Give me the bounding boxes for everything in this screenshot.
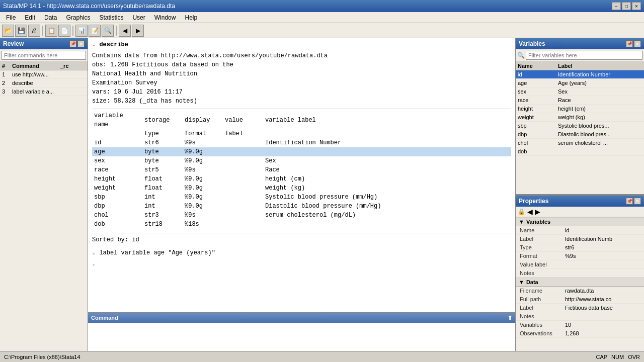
toolbar-sep3 — [116, 26, 117, 36]
status-cap: CAP — [596, 354, 607, 360]
review-row-2[interactable]: 2 describe — [0, 79, 88, 87]
col-varname: variable name — [92, 111, 142, 129]
toolbar-forward[interactable]: ▶ — [132, 25, 144, 37]
toolbar-save[interactable]: 💾 — [15, 25, 27, 37]
var-row-sex: sex byte %9.0g Sex — [92, 156, 511, 165]
properties-toolbar: 🔒 ◀ ▶ — [516, 207, 644, 217]
output-var-header: variable name storage display value vari… — [92, 109, 511, 229]
output-obs: obs: 1,268 Fictitious data based on the — [92, 60, 511, 69]
variables-filter-input[interactable] — [526, 51, 642, 60]
menu-user[interactable]: User — [128, 13, 149, 22]
var-row-height: height float %9.0g height (cm) — [92, 174, 511, 184]
prop-section-data[interactable]: ▼ Data — [516, 278, 644, 287]
review-filter-input[interactable] — [2, 51, 86, 60]
output-area: . describe Contains data from http://www… — [88, 38, 515, 313]
var-vlabel-race — [223, 165, 263, 174]
var-item-label-age: Age (years) — [558, 80, 642, 86]
variables-filter: 🔍 — [516, 49, 644, 62]
search-icon: 🔍 — [517, 52, 525, 59]
var-row-sbp: sbp int %9.0g Systolic blood pressure (m… — [92, 193, 511, 202]
menu-graphics[interactable]: Graphics — [62, 13, 94, 22]
var-item-label-weight: weight (kg) — [558, 114, 642, 120]
prop-fullpath-value: http://www.stata.co — [565, 296, 640, 302]
variables-close[interactable]: × — [634, 40, 641, 47]
prop-data-label-label: Label — [520, 305, 565, 311]
prop-section-data-label: Data — [526, 279, 538, 285]
var-item-dob[interactable]: dob — [516, 147, 644, 156]
minimize-button[interactable]: − — [612, 2, 621, 10]
toolbar-graph[interactable]: 📊 — [75, 25, 88, 37]
var-item-weight[interactable]: weight weight (kg) — [516, 113, 644, 122]
prop-format-value: %9s — [565, 253, 640, 259]
var-item-name-dbp: dbp — [518, 131, 558, 137]
prop-notes-var-value — [565, 270, 640, 276]
variables-pin[interactable]: 📌 — [626, 40, 633, 47]
var-item-race[interactable]: race Race — [516, 96, 644, 105]
var-item-label-id: Identification Number — [558, 71, 642, 77]
menu-edit[interactable]: Edit — [21, 13, 39, 22]
variables-panel: Variables 📌 × 🔍 Name Label id Identifica… — [516, 38, 644, 195]
var-type-age: byte — [142, 147, 183, 156]
prop-name-label: Name — [520, 227, 565, 233]
var-item-label-height: height (cm) — [558, 106, 642, 112]
properties-panel: Properties 📌 × 🔒 ◀ ▶ ▼ Variables Name id — [516, 195, 644, 351]
toolbar-data-browser[interactable]: 🔍 — [102, 25, 114, 37]
var-item-height[interactable]: height height (cm) — [516, 105, 644, 113]
var-vlabel-weight — [223, 184, 263, 193]
var-name-race: race — [92, 165, 142, 174]
review-cmd-3: label variable a... — [12, 88, 60, 95]
command-expand-icon[interactable]: ⬆ — [508, 315, 512, 321]
menu-file[interactable]: File — [2, 13, 20, 22]
toolbar-viewer[interactable]: 📄 — [58, 25, 70, 37]
var-item-sex[interactable]: sex Sex — [516, 87, 644, 96]
prop-tool2[interactable]: ▶ — [535, 208, 540, 216]
properties-title: Properties — [519, 198, 548, 205]
menu-window[interactable]: Window — [150, 13, 180, 22]
prop-name: Name id — [516, 226, 644, 235]
var-label-id: Identification Number — [263, 138, 511, 147]
command-input[interactable] — [90, 324, 513, 350]
prop-variables-count: Variables 10 — [516, 321, 644, 329]
review-row-3[interactable]: 3 label variable a... — [0, 87, 88, 96]
menu-statistics[interactable]: Statistics — [95, 13, 127, 22]
review-close[interactable]: × — [77, 40, 85, 47]
prop-label-value: Identification Numb — [565, 236, 640, 242]
var-item-label-sex: Sex — [558, 88, 642, 95]
col-varlabel: variable label — [263, 111, 511, 129]
var-item-chol[interactable]: chol serum cholesterol ... — [516, 139, 644, 147]
var-item-name-id: id — [518, 71, 558, 77]
properties-close[interactable]: × — [634, 198, 641, 205]
var-item-id[interactable]: id Identification Number — [516, 70, 644, 79]
var-item-age[interactable]: age Age (years) — [516, 79, 644, 87]
var-item-name-sex: sex — [518, 88, 558, 95]
toolbar-open[interactable]: 📂 — [2, 25, 14, 37]
toolbar-log[interactable]: 📋 — [45, 25, 57, 37]
menu-help[interactable]: Help — [181, 13, 201, 22]
var-type-sex: byte — [142, 156, 183, 165]
col-value: value — [223, 111, 263, 129]
prop-tool1[interactable]: ◀ — [527, 208, 533, 216]
var-item-sbp[interactable]: sbp Systolic blood pres... — [516, 122, 644, 130]
output-prompt-describe: . describe — [92, 40, 511, 49]
maximize-button[interactable]: □ — [622, 2, 631, 10]
var-name-sex: sex — [92, 156, 142, 165]
var-vlabel-age — [223, 147, 263, 156]
close-button[interactable]: × — [632, 2, 641, 10]
menu-data[interactable]: Data — [40, 13, 61, 22]
var-item-label-race: Race — [558, 97, 642, 103]
var-row-age: age byte %9.0g — [92, 147, 511, 156]
review-row-1[interactable]: 1 use http://ww... — [0, 70, 88, 79]
var-item-dbp[interactable]: dbp Diastolic blood pres... — [516, 130, 644, 139]
lock-icon: 🔒 — [518, 208, 525, 215]
var-fmt-sbp: %9.0g — [183, 193, 223, 202]
toolbar-back[interactable]: ◀ — [119, 25, 131, 37]
toolbar-data-editor[interactable]: 📝 — [89, 25, 101, 37]
prop-section-variables-label: Variables — [526, 219, 550, 225]
toolbar-print[interactable]: 🖨 — [28, 25, 40, 37]
output-label-cmd: . label variable age "Age (years)" — [92, 248, 511, 257]
review-pin[interactable]: 📌 — [69, 40, 76, 47]
prop-section-variables[interactable]: ▼ Variables — [516, 217, 644, 226]
review-table: # Command _rc 1 use http://ww... 2 descr… — [0, 62, 88, 351]
properties-pin[interactable]: 📌 — [626, 198, 633, 205]
var-vlabel-sbp — [223, 193, 263, 202]
